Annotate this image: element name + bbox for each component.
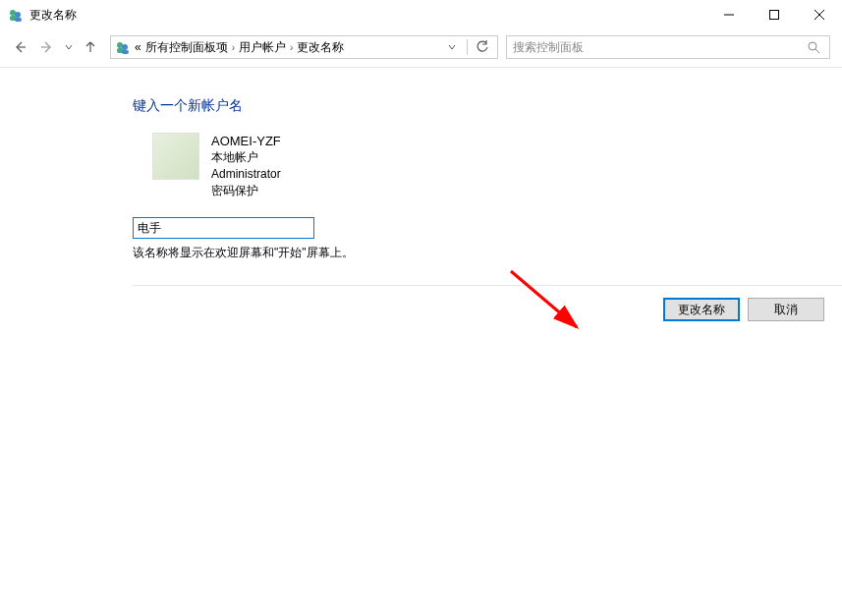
account-password-status: 密码保护 [211,183,281,199]
hint-text: 该名称将显示在欢迎屏幕和"开始"屏幕上。 [133,245,842,261]
chevron-right-icon: › [290,42,293,53]
svg-rect-5 [770,11,779,20]
forward-button[interactable] [35,35,59,59]
back-button[interactable] [8,35,31,59]
avatar [152,133,199,180]
titlebar: 更改名称 [0,0,842,29]
account-details: AOMEI-YZF 本地帐户 Administrator 密码保护 [211,133,281,199]
breadcrumb-item-0[interactable]: 所有控制面板项 [145,39,228,56]
navbar: « 所有控制面板项 › 用户帐户 › 更改名称 [0,29,842,65]
account-role: Administrator [211,166,281,183]
svg-point-14 [809,42,816,50]
breadcrumb-item-1[interactable]: 用户帐户 [239,39,286,56]
svg-line-15 [815,49,819,53]
account-name: AOMEI-YZF [211,133,281,149]
maximize-button[interactable] [752,0,797,29]
refresh-button[interactable] [472,36,493,58]
change-name-button[interactable]: 更改名称 [663,298,740,321]
button-row: 更改名称 取消 [133,286,842,321]
breadcrumb-prefix: « [135,40,141,54]
chevron-right-icon: › [232,42,235,53]
account-type: 本地帐户 [211,149,281,166]
account-info-block: AOMEI-YZF 本地帐户 Administrator 密码保护 [152,133,842,199]
svg-rect-3 [15,18,22,22]
window-title: 更改名称 [29,7,77,24]
address-icon [115,39,131,55]
search-box[interactable] [506,35,830,59]
search-icon[interactable] [804,37,823,57]
app-icon [8,7,24,23]
breadcrumb-item-2[interactable]: 更改名称 [297,39,344,56]
window-controls [706,0,842,29]
up-button[interactable] [79,35,102,59]
search-input[interactable] [513,40,804,54]
history-dropdown[interactable] [63,35,75,59]
address-bar[interactable]: « 所有控制面板项 › 用户帐户 › 更改名称 [110,35,498,59]
minimize-button[interactable] [706,0,752,29]
new-name-input[interactable] [133,217,314,239]
close-button[interactable] [797,0,842,29]
content-area: 键入一个新帐户名 AOMEI-YZF 本地帐户 Administrator 密码… [0,68,842,321]
divider [467,39,468,55]
svg-rect-13 [122,50,129,54]
page-heading: 键入一个新帐户名 [133,97,842,115]
cancel-button[interactable]: 取消 [748,298,824,321]
address-dropdown[interactable] [441,36,463,58]
